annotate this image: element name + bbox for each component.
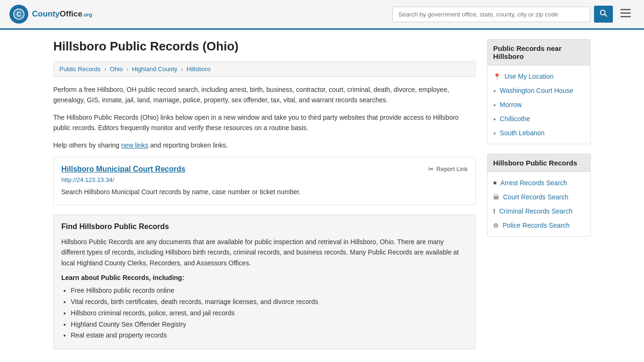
list-item: Free Hillsboro public records online (71, 285, 468, 296)
logo-icon: C (9, 5, 28, 24)
exclamation-icon: ! (493, 207, 495, 215)
record-card-desc: Search Hillsboro Municipal Court records… (61, 187, 468, 197)
police-icon: ⚙ (493, 222, 499, 229)
logo-label: CountyOffice.org (32, 9, 92, 18)
court-icon: 🏛 (493, 194, 499, 201)
scissors-icon: ✂ (428, 165, 434, 173)
location-icon: 📍 (493, 73, 501, 80)
sidebar-item-arrest-records[interactable]: ■ Arrest Records Search (487, 176, 590, 190)
sidebar-nearby-title: Public Records near Hillsboro (487, 39, 591, 65)
sidebar-item-label: Morrow (500, 101, 522, 108)
menu-button[interactable] (617, 6, 635, 22)
record-card-title[interactable]: Hillsboro Municipal Court Records (61, 165, 185, 173)
svg-point-3 (601, 10, 605, 15)
find-section-text: Hillsboro Public Records are any documen… (61, 237, 468, 268)
sidebar-item-police-records[interactable]: ⚙ Police Records Search (487, 218, 590, 232)
desc3-pre: Help others by sharing (53, 141, 121, 149)
breadcrumb-public-records[interactable]: Public Records (59, 66, 100, 73)
list-item: Highland County Sex Offender Registry (71, 319, 468, 330)
sidebar-item-label: Court Records Search (503, 193, 569, 201)
sidebar-item-court-records[interactable]: 🏛 Court Records Search (487, 190, 590, 204)
sidebar-item-label: Arrest Records Search (500, 179, 567, 187)
header: C CountyOffice.org (0, 0, 644, 30)
sidebar: Public Records near Hillsboro 📍 Use My L… (487, 39, 591, 359)
sidebar-nearby-section: Public Records near Hillsboro 📍 Use My L… (487, 39, 591, 144)
sidebar-item-use-my-location[interactable]: 📍 Use My Location (487, 69, 590, 83)
breadcrumb-ohio[interactable]: Ohio (110, 66, 123, 73)
sidebar-records-body: ■ Arrest Records Search 🏛 Court Records … (487, 172, 591, 237)
sidebar-nearby-body: 📍 Use My Location ● Washington Court Hou… (487, 65, 591, 144)
link-icon: ● (493, 88, 496, 93)
svg-rect-7 (620, 16, 631, 17)
search-button[interactable] (594, 6, 613, 23)
breadcrumb: Public Records › Ohio › Highland County … (53, 61, 476, 77)
find-section-list: Free Hillsboro public records online Vit… (61, 285, 468, 341)
svg-line-4 (605, 15, 607, 17)
sidebar-item-criminal-records[interactable]: ! Criminal Records Search (487, 204, 590, 218)
list-item: Vital records, birth certificates, death… (71, 296, 468, 308)
content: Hillsboro Public Records (Ohio) Public R… (53, 39, 476, 359)
new-links-link[interactable]: new links (121, 141, 149, 149)
sidebar-item-morrow[interactable]: ● Morrow (487, 98, 590, 112)
breadcrumb-sep2: › (126, 66, 128, 73)
svg-rect-5 (620, 9, 631, 10)
sidebar-item-washington-court-house[interactable]: ● Washington Court House (487, 83, 590, 98)
breadcrumb-sep1: › (104, 66, 106, 73)
record-card-url[interactable]: http://24.123.13.34/ (61, 176, 468, 183)
sidebar-item-chillicothe[interactable]: ● Chillicothe (487, 112, 590, 126)
find-section: Find Hillsboro Public Records Hillsboro … (53, 214, 476, 349)
link-icon: ● (493, 102, 496, 107)
breadcrumb-sep3: › (181, 66, 183, 73)
arrest-icon: ■ (493, 180, 496, 186)
sidebar-item-label: Use My Location (504, 73, 553, 80)
svg-rect-6 (620, 13, 631, 14)
find-section-title: Find Hillsboro Public Records (61, 222, 468, 231)
link-icon: ● (493, 116, 496, 122)
desc3-post: and reporting broken links. (149, 141, 228, 149)
breadcrumb-highland[interactable]: Highland County (132, 66, 177, 73)
sidebar-item-label: Police Records Search (503, 222, 570, 229)
sidebar-records-section: Hillsboro Public Records ■ Arrest Record… (487, 154, 591, 237)
report-link-button[interactable]: ✂ Report Link (428, 165, 468, 173)
sidebar-item-label: South Lebanon (500, 129, 545, 137)
sidebar-records-title: Hillsboro Public Records (487, 154, 591, 172)
page-title: Hillsboro Public Records (Ohio) (53, 39, 476, 54)
description-3: Help others by sharing new links and rep… (53, 140, 476, 150)
main-container: Hillsboro Public Records (Ohio) Public R… (44, 30, 600, 362)
description-2: The Hillsboro Public Records (Ohio) link… (53, 112, 476, 133)
link-icon: ● (493, 131, 496, 136)
sidebar-item-label: Chillicothe (500, 115, 530, 123)
list-item: Hillsboro criminal records, police, arre… (71, 308, 468, 319)
description-1: Perform a free Hillsboro, OH public reco… (53, 84, 476, 106)
record-card: Hillsboro Municipal Court Records ✂ Repo… (53, 157, 476, 205)
list-item: Real estate and property records (71, 330, 468, 341)
record-card-header: Hillsboro Municipal Court Records ✂ Repo… (61, 165, 468, 173)
report-link-label: Report Link (437, 165, 468, 173)
find-section-subtitle: Learn about Public Records, including: (61, 274, 468, 281)
breadcrumb-hillsboro[interactable]: Hillsboro (187, 66, 211, 73)
logo-text-container: CountyOffice.org (32, 9, 92, 19)
sidebar-item-label: Washington Court House (500, 87, 573, 94)
logo-area: C CountyOffice.org (9, 5, 92, 24)
sidebar-item-south-lebanon[interactable]: ● South Lebanon (487, 126, 590, 140)
search-area (392, 6, 635, 23)
search-input[interactable] (392, 7, 590, 22)
svg-text:C: C (17, 10, 21, 18)
sidebar-item-label: Criminal Records Search (499, 207, 573, 215)
